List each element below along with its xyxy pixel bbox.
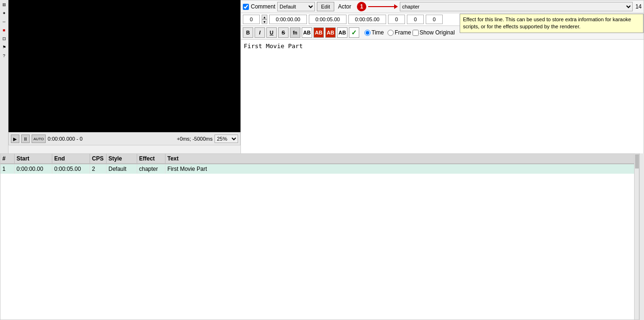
bold-button[interactable]: B [243,27,253,38]
right-edit-panel: Comment Default Edit Actor 1 chapter 14 … [240,0,644,156]
ab-button-1[interactable]: AB [302,27,312,38]
td-text-1: First Movie Part [165,164,639,174]
th-cps: CPS [90,154,107,163]
ab-button-2[interactable]: AB [314,27,324,38]
left-sidebar: ⊞ ✦ ↔ ■ ⊡ ⚑ ? [0,0,8,156]
char-count: 14 [636,3,642,10]
auto-button[interactable]: AUTO [32,135,46,143]
sidebar-icon-resize[interactable]: ↔ [0,18,8,25]
sidebar-icon-grid[interactable]: ⊞ [0,1,8,8]
td-end-1: 0:00:05.00 [52,164,90,174]
playback-bar: ▶ ⏸ AUTO 0:00:00.000 - 0 +0ms; -5000ms 2… [8,132,240,145]
td-effect-1: chapter [137,164,165,174]
th-start: Start [15,154,52,163]
play-button[interactable]: ▶ [11,135,19,143]
table-scrollbar[interactable] [634,154,639,320]
time-frame-group: Time Frame [364,29,411,36]
fn-button[interactable]: fn [290,27,300,38]
table-row[interactable]: 1 0:00:00.00 0:00:05.00 2 Default chapte… [0,164,639,174]
scrollbar-thumb[interactable] [635,154,639,168]
end-time-field[interactable] [309,15,347,24]
show-original-label: Show Original [420,29,455,36]
spin-down[interactable]: ▼ [262,19,267,24]
td-start-1: 0:00:00.00 [15,164,52,174]
sidebar-icon-flag[interactable]: ⚑ [0,43,8,51]
th-end: End [52,154,90,163]
time-radio[interactable] [364,30,371,36]
layer-spinner[interactable]: ▲ ▼ [262,15,267,24]
start-time-field[interactable] [269,15,307,24]
table-header: # Start End CPS Style Effect Text [0,154,639,164]
td-style-1: Default [107,164,137,174]
annotation-arrow [368,4,398,9]
comment-label: Comment [251,3,275,10]
time-display: 0:00:00.000 - 0 [48,136,175,142]
th-num: # [0,154,15,163]
th-text: Text [165,154,639,163]
italic-button[interactable]: I [255,27,265,38]
th-effect: Effect [137,154,165,163]
check-button[interactable]: ✓ [349,27,359,38]
effect-dropdown[interactable]: chapter [400,2,633,11]
subtitle-text-editor[interactable]: First Movie Part [241,40,644,150]
frame-label: Frame [395,29,411,36]
style-dropdown[interactable]: Default [277,2,315,11]
edit-button[interactable]: Edit [317,2,334,11]
frame-radio-item[interactable]: Frame [388,29,411,36]
subtitle-table-area: # Start End CPS Style Effect Text 1 0:00… [0,153,639,320]
layer-field[interactable] [243,15,260,24]
far-right-scrollbar[interactable] [639,153,644,320]
zoom-dropdown[interactable]: 25% 50% 100% [215,135,238,143]
video-preview [8,0,240,132]
tooltip-box: Effect for this line. This can be used t… [460,14,644,33]
offset-display: +0ms; -5000ms [177,136,213,142]
ab-button-3[interactable]: AB [325,27,336,38]
show-original-item[interactable]: Show Original [413,29,455,36]
comment-checkbox[interactable] [243,4,249,10]
ab-button-4[interactable]: AB [337,27,347,38]
time-label: Time [372,29,384,36]
sidebar-icon-frame[interactable]: ⊡ [0,35,8,42]
annotation-badge: 1 [357,2,366,11]
td-num-1: 1 [0,164,15,174]
margin-v-field[interactable] [426,15,443,24]
sidebar-icon-square[interactable]: ■ [0,26,8,34]
actor-label: Actor [338,3,351,10]
sidebar-icon-help[interactable]: ? [0,52,8,59]
pause-button[interactable]: ⏸ [21,135,30,143]
frame-radio[interactable] [388,30,394,36]
th-style: Style [107,154,137,163]
strikethrough-button[interactable]: S [278,27,289,38]
time-radio-item[interactable]: Time [364,29,384,36]
tooltip-text: Effect for this line. This can be used t… [463,17,631,29]
margin-l-field[interactable] [388,15,405,24]
td-cps-1: 2 [90,164,107,174]
underline-button[interactable]: U [266,27,277,38]
show-original-checkbox[interactable] [413,30,419,36]
margin-r-field[interactable] [407,15,424,24]
duration-field[interactable] [348,15,386,24]
spin-up[interactable]: ▲ [262,15,267,19]
toolbar-row: Comment Default Edit Actor 1 chapter 14 … [241,0,644,13]
sidebar-icon-star[interactable]: ✦ [0,9,8,17]
